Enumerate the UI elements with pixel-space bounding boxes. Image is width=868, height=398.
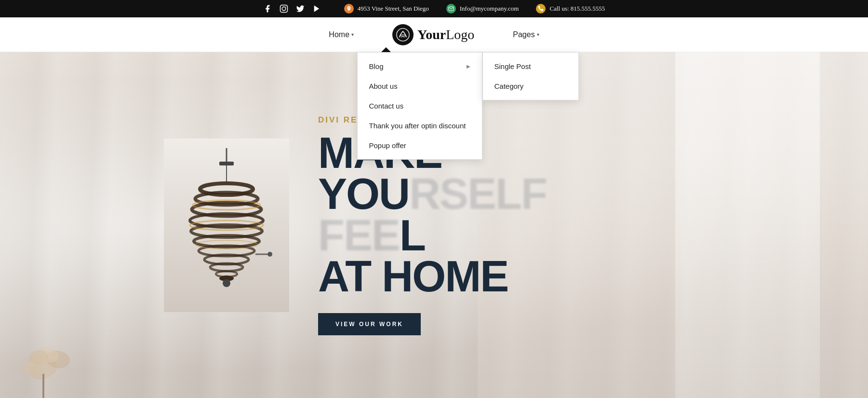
dropdown-single-post[interactable]: Single Post [483, 56, 578, 76]
home-chevron-icon: ▾ [351, 32, 354, 37]
logo[interactable]: YourLogo [392, 24, 474, 45]
twitter-icon[interactable] [296, 4, 305, 13]
svg-rect-0 [280, 5, 287, 13]
nav-home[interactable]: Home ▾ [329, 30, 354, 39]
svg-marker-3 [314, 5, 319, 12]
chandelier-svg [178, 148, 275, 302]
navbar: Home ▾ YourLogo Pages ▾ Blog ▶ [0, 17, 868, 52]
phone-text: Call us: 815.555.5555 [549, 5, 605, 13]
hero-title-line3: AT HOME [318, 256, 607, 298]
dropdown-sub-menu: Single Post Category [482, 52, 579, 100]
email-item: Info@mycompany.com [446, 4, 519, 14]
dropdown-thank-you[interactable]: Thank you after optin discount [358, 116, 482, 136]
nav-links-right: Pages ▾ [513, 30, 539, 39]
contact-info: 4953 Vine Street, San Diego Info@mycompa… [344, 4, 605, 14]
dropdown-popup-offer[interactable]: Popup offer [358, 136, 482, 155]
svg-point-24 [267, 252, 272, 257]
pages-dropdown: Blog ▶ About us Contact us Thank you aft… [357, 52, 482, 160]
logo-text: YourLogo [417, 27, 474, 42]
view-work-button[interactable]: VIEW OUR WORK [318, 313, 421, 335]
phone-item: Call us: 815.555.5555 [536, 4, 605, 14]
pages-chevron-icon: ▾ [537, 32, 539, 37]
chandelier-image [164, 138, 289, 312]
instagram-icon[interactable] [280, 4, 288, 13]
email-icon [446, 4, 456, 14]
nav-pages[interactable]: Pages ▾ [513, 30, 539, 39]
svg-rect-6 [219, 162, 234, 165]
dropdown-category[interactable]: Category [483, 76, 578, 96]
svg-point-16 [210, 263, 243, 271]
dropdown-contact-us[interactable]: Contact us [358, 96, 482, 116]
address-item: 4953 Vine Street, San Diego [344, 4, 429, 14]
address-text: 4953 Vine Street, San Diego [358, 5, 429, 13]
location-icon [344, 4, 354, 14]
logo-icon [392, 24, 414, 45]
facebook-icon[interactable] [263, 4, 272, 13]
dropdown-blog[interactable]: Blog ▶ [358, 56, 482, 76]
blog-sub-chevron-icon: ▶ [467, 64, 470, 69]
phone-icon [536, 4, 546, 14]
youtube-icon[interactable] [312, 4, 321, 13]
svg-point-1 [282, 7, 286, 11]
social-links [263, 4, 321, 13]
dropdown-arrow [381, 47, 391, 52]
dropdown-about-us[interactable]: About us [358, 76, 482, 96]
top-bar: 4953 Vine Street, San Diego Info@mycompa… [0, 0, 868, 17]
svg-point-2 [285, 6, 286, 7]
svg-point-22 [223, 279, 230, 287]
email-text: Info@mycompany.com [460, 5, 519, 13]
nav-links-left: Home ▾ [329, 30, 354, 39]
dropdown-main-menu: Blog ▶ About us Contact us Thank you aft… [357, 52, 482, 160]
hero-title-line2: FEEL [318, 215, 607, 257]
